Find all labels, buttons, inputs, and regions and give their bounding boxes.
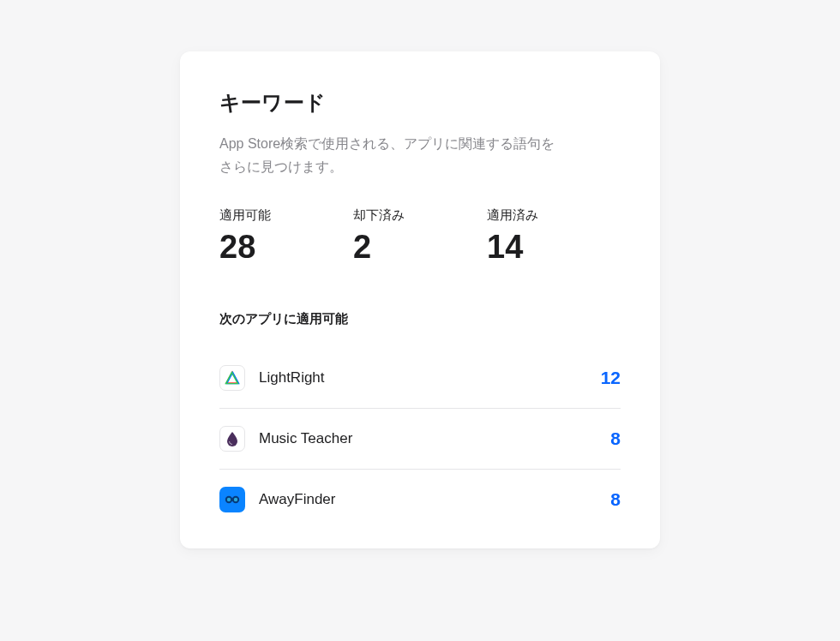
app-row-lightright[interactable]: LightRight 12 (219, 348, 621, 409)
app-name: AwayFinder (259, 491, 610, 508)
svg-point-2 (227, 498, 231, 501)
stat-rejected: 却下済み 2 (353, 207, 487, 263)
app-icon-lightright (219, 365, 245, 391)
stat-label: 却下済み (353, 207, 487, 224)
svg-point-3 (234, 498, 237, 501)
svg-rect-4 (231, 499, 234, 501)
keywords-card: キーワード App Store検索で使用される、アプリに関連する語句をさらに見つ… (180, 51, 660, 548)
droplet-icon (225, 431, 239, 446)
stat-applied: 適用済み 14 (487, 207, 621, 263)
stat-value: 28 (219, 231, 353, 263)
app-name: LightRight (259, 369, 601, 386)
app-row-awayfinder[interactable]: AwayFinder 8 (219, 470, 621, 518)
app-icon-music-teacher (219, 426, 245, 452)
stats-row: 適用可能 28 却下済み 2 適用済み 14 (219, 207, 621, 263)
apps-subheading: 次のアプリに適用可能 (219, 311, 621, 327)
stat-applicable: 適用可能 28 (219, 207, 353, 263)
app-count: 8 (610, 489, 621, 510)
app-name: Music Teacher (259, 430, 610, 447)
card-title: キーワード (219, 89, 621, 117)
stat-label: 適用可能 (219, 207, 353, 224)
binoculars-icon (223, 490, 242, 509)
triangle-icon (225, 370, 240, 386)
app-row-music-teacher[interactable]: Music Teacher 8 (219, 409, 621, 470)
app-count: 12 (601, 368, 621, 388)
stat-value: 2 (353, 231, 487, 263)
card-description: App Store検索で使用される、アプリに関連する語句をさらに見つけます。 (219, 132, 562, 178)
app-count: 8 (610, 428, 621, 449)
app-icon-awayfinder (219, 487, 245, 512)
stat-label: 適用済み (487, 207, 621, 224)
stat-value: 14 (487, 231, 621, 263)
